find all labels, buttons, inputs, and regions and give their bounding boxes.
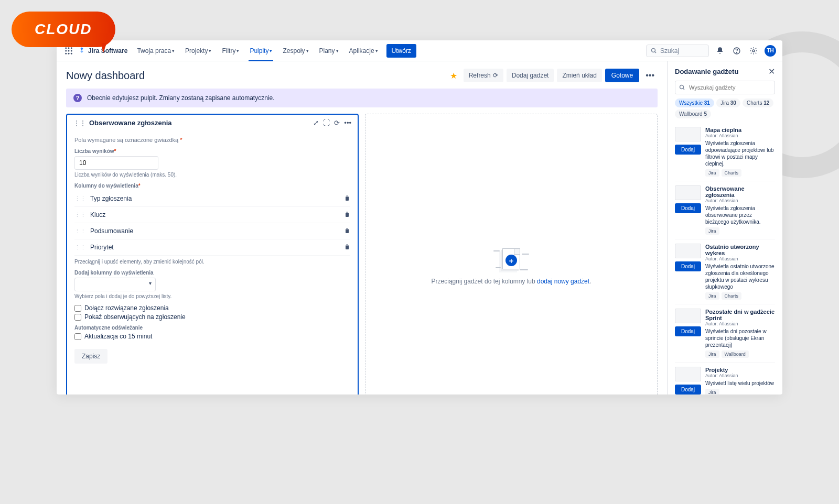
column-row[interactable]: ⋮⋮Priorytet <box>74 239 350 256</box>
add-columns-select[interactable] <box>74 278 156 291</box>
gadget-tag: Jira <box>705 292 719 300</box>
gadget-dropzone[interactable]: + Przeciągnij gadżet do tej kolumny lub … <box>365 114 658 395</box>
gadget-tag: Jira <box>705 169 719 177</box>
svg-point-4 <box>68 50 70 51</box>
nav-item-zespoły[interactable]: Zespoły▾ <box>278 42 313 59</box>
close-icon[interactable]: ✕ <box>768 67 775 76</box>
nav-item-filtry[interactable]: Filtry▾ <box>218 42 243 59</box>
global-search[interactable]: Szukaj <box>646 45 709 57</box>
svg-line-10 <box>655 51 657 53</box>
filter-chip-jira[interactable]: Jira 30 <box>716 98 740 107</box>
gadget-search-input[interactable] <box>675 81 775 94</box>
results-count-input[interactable] <box>74 156 158 170</box>
nav-item-pulpity[interactable]: Pulpity▾ <box>245 42 276 59</box>
gadget-item: DodajMapa cieplnaAutor: AtlassianWyświet… <box>675 123 775 181</box>
column-row[interactable]: ⋮⋮Podsumowanie <box>74 223 350 239</box>
update-15min-checkbox[interactable]: Aktualizacja co 15 minut <box>74 333 350 340</box>
gadget-title: Mapa cieplna <box>705 127 775 133</box>
info-text: Obecnie edytujesz pulpit. Zmiany zostaną… <box>87 94 275 102</box>
save-button[interactable]: Zapisz <box>74 349 107 364</box>
svg-point-0 <box>65 47 67 49</box>
done-button[interactable]: Gotowe <box>605 69 639 82</box>
chevron-down-icon: ▾ <box>336 48 339 53</box>
columns-list: ⋮⋮Typ zgłoszenia⋮⋮Klucz⋮⋮Podsumowanie⋮⋮P… <box>74 191 350 256</box>
gadget-thumbnail <box>675 244 701 258</box>
chevron-down-icon: ▾ <box>270 48 272 53</box>
nav-items: Twoja praca▾Projekty▾Filtry▾Pulpity▾Zesp… <box>133 42 382 59</box>
main-area: Nowy dashboard ★ Refresh ⟳ Dodaj gadżet … <box>57 61 667 395</box>
gadget-add-button[interactable]: Dodaj <box>675 326 701 336</box>
nav-item-plany[interactable]: Plany▾ <box>315 42 343 59</box>
column-name: Klucz <box>90 211 340 218</box>
gadget-tag: Jira <box>705 389 719 395</box>
gadget-card: ⋮⋮ Obserwowane zgłoszenia ⤢ ⛶ ⟳ ••• <box>66 114 359 395</box>
delete-icon[interactable] <box>344 227 350 235</box>
minimize-icon[interactable]: ⤢ <box>313 119 319 127</box>
chevron-down-icon: ▾ <box>236 48 239 53</box>
nav-item-projekty[interactable]: Projekty▾ <box>181 42 216 59</box>
expand-icon[interactable]: ⛶ <box>323 119 330 127</box>
create-button[interactable]: Utwórz <box>386 44 416 58</box>
card-more-icon[interactable]: ••• <box>344 119 351 127</box>
gadget-add-button[interactable]: Dodaj <box>675 145 701 155</box>
filter-chip-charts[interactable]: Charts 12 <box>743 98 773 107</box>
gadget-add-button[interactable]: Dodaj <box>675 203 701 213</box>
add-new-gadget-link[interactable]: dodaj nowy gadżet <box>537 278 589 285</box>
gadget-desc: Wyświetla ostatnio utworzone zgłoszenia … <box>705 263 775 290</box>
settings-icon[interactable] <box>748 45 759 57</box>
star-icon[interactable]: ★ <box>450 71 457 81</box>
gadget-author: Autor: Atlassian <box>705 256 775 261</box>
app-body: Nowy dashboard ★ Refresh ⟳ Dodaj gadżet … <box>57 61 782 395</box>
gadget-title: Ostatnio utworzony wykres <box>705 244 775 256</box>
gadget-author: Autor: Atlassian <box>705 321 775 326</box>
gadget-author: Autor: Atlassian <box>705 373 775 378</box>
user-avatar[interactable]: TH <box>765 45 776 57</box>
drag-hint: Przeciągnij i upuść elementy, aby zmieni… <box>74 259 350 265</box>
delete-icon[interactable] <box>344 195 350 202</box>
nav-item-twoja-praca[interactable]: Twoja praca▾ <box>133 42 179 59</box>
card-title: Obserwowane zgłoszenia <box>89 119 310 127</box>
column-row[interactable]: ⋮⋮Typ zgłoszenia <box>74 191 350 207</box>
gadget-author: Autor: Atlassian <box>705 133 775 138</box>
svg-point-13 <box>752 50 755 52</box>
info-banner: ? Obecnie edytujesz pulpit. Zmiany zosta… <box>66 89 658 107</box>
gadget-tag: Charts <box>722 292 742 300</box>
gadget-tag: Charts <box>722 169 742 177</box>
filter-chip-wszystkie[interactable]: Wszystkie 31 <box>675 98 714 107</box>
grip-icon[interactable]: ⋮⋮ <box>74 228 86 235</box>
more-icon[interactable]: ••• <box>642 69 658 82</box>
gadget-item: DodajOstatnio utworzony wykresAutor: Atl… <box>675 239 775 304</box>
app-window: Jira Software Twoja praca▾Projekty▾Filtr… <box>57 40 782 395</box>
show-watchers-checkbox[interactable]: Pokaż obserwujących na zgłoszenie <box>74 313 350 321</box>
refresh-icon[interactable]: ⟳ <box>334 119 340 127</box>
gadget-add-button[interactable]: Dodaj <box>675 261 701 271</box>
notifications-icon[interactable] <box>714 45 726 57</box>
add-gadget-button[interactable]: Dodaj gadżet <box>507 69 554 82</box>
include-resolved-checkbox[interactable]: Dołącz rozwiązane zgłoszenia <box>74 304 350 312</box>
search-placeholder: Szukaj <box>660 47 679 54</box>
gadget-thumbnail <box>675 309 701 323</box>
page-header: Nowy dashboard ★ Refresh ⟳ Dodaj gadżet … <box>66 69 658 82</box>
grip-icon[interactable]: ⋮⋮ <box>74 212 86 218</box>
filter-chip-wallboard[interactable]: Wallboard 5 <box>675 109 711 118</box>
column-row[interactable]: ⋮⋮Klucz <box>74 207 350 223</box>
help-icon[interactable] <box>731 45 743 57</box>
delete-icon[interactable] <box>344 244 350 251</box>
delete-icon[interactable] <box>344 211 350 218</box>
nav-item-aplikacje[interactable]: Aplikacje▾ <box>345 42 382 59</box>
grip-icon[interactable]: ⋮⋮ <box>74 244 86 251</box>
grip-icon[interactable]: ⋮⋮ <box>74 195 86 202</box>
gadget-title: Obserwowane zgłoszenia <box>705 185 775 198</box>
gadget-add-button[interactable]: Dodaj <box>675 385 701 395</box>
change-layout-button[interactable]: Zmień układ <box>557 69 601 82</box>
column-name: Typ zgłoszenia <box>90 195 340 202</box>
drag-handle-icon[interactable]: ⋮⋮ <box>73 119 86 127</box>
header-actions: ★ Refresh ⟳ Dodaj gadżet Zmień układ Got… <box>450 69 658 82</box>
gadget-thumbnail <box>675 367 701 381</box>
svg-point-1 <box>68 47 70 49</box>
refresh-label: Refresh <box>469 72 491 79</box>
refresh-button[interactable]: Refresh ⟳ <box>464 69 503 82</box>
gadget-search <box>675 81 775 94</box>
gadget-desc: Wyświetla zgłoszenia odpowiadające proje… <box>705 140 775 167</box>
gadget-item: DodajPozostałe dni w gadżecie SprintAuto… <box>675 304 775 363</box>
